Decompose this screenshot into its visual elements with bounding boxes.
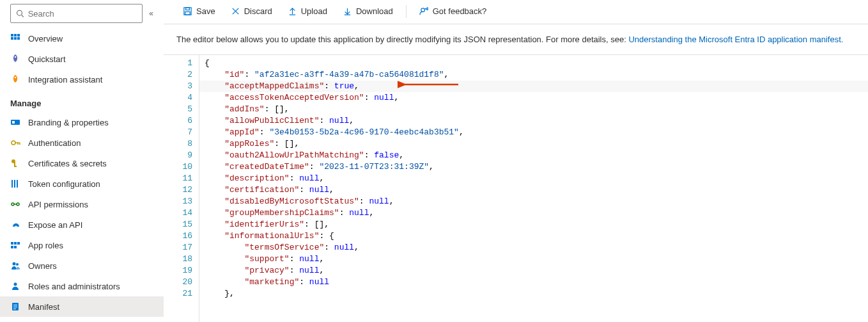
main: Save Discard Upload Download Got feedbac… — [164, 0, 868, 322]
auth-icon — [10, 138, 20, 148]
sidebar-item-roles-and-administrators[interactable]: Roles and administrators — [0, 276, 164, 296]
info-link[interactable]: Understanding the Microsoft Entra ID app… — [628, 35, 843, 44]
code-line[interactable]: "createdDateTime": "2023-11-07T23:31:39Z… — [199, 161, 868, 173]
svg-rect-19 — [12, 180, 13, 188]
code-line[interactable]: }, — [199, 288, 868, 300]
sidebar: « OverviewQuickstartIntegration assistan… — [0, 0, 164, 322]
line-number: 5 — [164, 104, 192, 115]
sidebar-item-manifest[interactable]: Manifest — [0, 296, 164, 317]
sidebar-item-token-configuration[interactable]: Token configuration — [0, 173, 164, 194]
info-text: The editor below allows you to update th… — [176, 35, 628, 44]
line-number: 9 — [164, 150, 192, 161]
toolbar-separator — [406, 5, 407, 18]
code-line[interactable]: "oauth2AllowUrlPathMatching": false, — [199, 150, 868, 161]
sidebar-item-label: Manifest — [28, 302, 59, 312]
line-number: 11 — [164, 173, 192, 184]
code-editor[interactable]: 123456789101112131415161718192021 { "id"… — [164, 54, 868, 322]
sidebar-item-overview[interactable]: Overview — [0, 28, 164, 49]
code-line[interactable]: "addIns": [], — [199, 104, 868, 115]
code-line[interactable]: "allowPublicClient": null, — [199, 115, 868, 127]
svg-point-47 — [421, 8, 425, 12]
sidebar-item-label: Roles and administrators — [28, 282, 120, 291]
approles-icon — [10, 240, 20, 250]
toolbar: Save Discard Upload Download Got feedbac… — [164, 0, 868, 24]
upload-label: Upload — [301, 6, 327, 16]
svg-rect-4 — [17, 34, 20, 36]
code-line[interactable]: "marketing": null — [199, 277, 868, 288]
line-number: 16 — [164, 230, 192, 242]
key-icon — [10, 158, 20, 168]
line-number: 20 — [164, 277, 192, 288]
code-line[interactable]: "groupMembershipClaims": null, — [199, 207, 868, 219]
save-button[interactable]: Save — [176, 4, 222, 19]
sidebar-item-app-roles[interactable]: App roles — [0, 235, 164, 255]
svg-rect-18 — [14, 166, 17, 167]
sidebar-item-label: Token configuration — [28, 179, 100, 189]
sidebar-item-certificates-secrets[interactable]: Certificates & secrets — [0, 153, 164, 173]
save-icon — [183, 6, 192, 16]
svg-point-23 — [17, 203, 19, 205]
svg-rect-40 — [185, 12, 190, 15]
line-number: 13 — [164, 196, 192, 207]
line-number: 14 — [164, 207, 192, 219]
code-line[interactable]: "accessTokenAcceptedVersion": null, — [199, 92, 868, 104]
code-line[interactable]: "id": "af2a31ec-a3ff-4a39-a47b-ca564081d… — [199, 69, 868, 81]
svg-point-25 — [15, 226, 17, 228]
discard-label: Discard — [244, 6, 272, 16]
sidebar-item-branding-properties[interactable]: Branding & properties — [0, 112, 164, 133]
line-number: 10 — [164, 161, 192, 173]
code-line[interactable]: "appRoles": [], — [199, 138, 868, 150]
line-number: 3 — [164, 81, 192, 92]
svg-rect-37 — [13, 309, 16, 309]
sidebar-item-api-permissions[interactable]: API permissions — [0, 194, 164, 214]
line-number: 17 — [164, 242, 192, 254]
upload-button[interactable]: Upload — [281, 4, 334, 19]
line-number: 2 — [164, 69, 192, 81]
code-line[interactable]: "acceptMappedClaims": true, — [199, 81, 868, 92]
editor-code[interactable]: { "id": "af2a31ec-a3ff-4a39-a47b-ca56408… — [199, 55, 868, 322]
api-perm-icon — [10, 199, 20, 209]
rocket-orange-icon — [10, 74, 20, 85]
feedback-button[interactable]: Got feedback? — [413, 4, 493, 19]
editor-gutter: 123456789101112131415161718192021 — [164, 55, 199, 322]
code-line[interactable]: "support": null, — [199, 254, 868, 265]
code-line[interactable]: "privacy": null, — [199, 265, 868, 277]
svg-rect-26 — [11, 242, 13, 245]
sidebar-item-label: Authentication — [28, 138, 81, 148]
line-number: 21 — [164, 288, 192, 300]
code-line[interactable]: "appId": "3e4b0153-5b2a-4c96-9170-4eebc4… — [199, 127, 868, 138]
download-button[interactable]: Download — [336, 4, 399, 19]
upload-icon — [288, 6, 297, 16]
sidebar-item-integration-assistant[interactable]: Integration assistant — [0, 69, 164, 90]
discard-button[interactable]: Discard — [224, 4, 279, 19]
sidebar-collapse-button[interactable]: « — [149, 9, 153, 18]
sidebar-item-owners[interactable]: Owners — [0, 255, 164, 276]
code-line[interactable]: "disabledByMicrosoftStatus": null, — [199, 196, 868, 207]
download-label: Download — [356, 6, 393, 16]
roles-icon — [10, 281, 20, 291]
svg-rect-36 — [13, 307, 17, 307]
search-input[interactable] — [28, 9, 137, 19]
svg-point-8 — [15, 56, 16, 58]
code-line[interactable]: "informationalUrls": { — [199, 230, 868, 242]
line-number: 8 — [164, 138, 192, 150]
sidebar-item-label: Expose an API — [28, 220, 82, 230]
svg-point-12 — [12, 141, 15, 145]
svg-rect-28 — [17, 242, 20, 245]
sidebar-item-authentication[interactable]: Authentication — [0, 133, 164, 153]
code-line[interactable]: "identifierUris": [], — [199, 219, 868, 230]
code-line[interactable]: "description": null, — [199, 173, 868, 184]
search-box[interactable] — [10, 4, 143, 23]
svg-point-22 — [12, 203, 14, 205]
info-line: The editor below allows you to update th… — [164, 24, 868, 54]
sidebar-item-quickstart[interactable]: Quickstart — [0, 49, 164, 69]
code-line[interactable]: "termsOfService": null, — [199, 242, 868, 254]
svg-rect-7 — [17, 37, 20, 40]
svg-point-33 — [14, 283, 17, 286]
line-number: 19 — [164, 265, 192, 277]
code-line[interactable]: "certification": null, — [199, 184, 868, 196]
expose-icon — [10, 220, 20, 230]
code-line[interactable]: { — [199, 58, 868, 69]
sidebar-item-expose-an-api[interactable]: Expose an API — [0, 214, 164, 235]
svg-rect-11 — [12, 121, 15, 124]
